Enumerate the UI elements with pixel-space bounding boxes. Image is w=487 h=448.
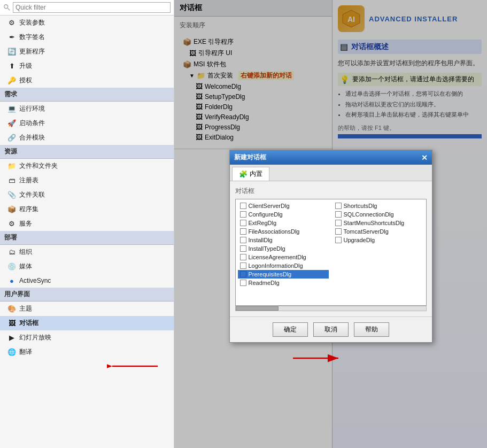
section-header-requirements: 需求 (0, 88, 174, 102)
sidebar-item-media[interactable]: 💿 媒体 (0, 259, 174, 274)
dlg-icon-fileassoc (240, 228, 246, 235)
file-assoc-icon: 📎 (7, 191, 16, 199)
sidebar-item-startup[interactable]: 🚀 启动条件 (0, 116, 174, 130)
dialog-item-fileassoc[interactable]: FileAssociationsDlg (238, 227, 329, 236)
media-icon: 💿 (7, 262, 16, 271)
sidebar: ⚙ 安装参数 ✒ 数字签名 🔄 更新程序 ⬆ 升级 🔑 授权 需求 💻 运行环境… (0, 0, 174, 448)
modal-titlebar: 新建对话框 ✕ (230, 150, 432, 165)
sidebar-item-registry[interactable]: 🗃 注册表 (0, 173, 174, 188)
dlg-icon-clientserver (240, 203, 246, 209)
sidebar-item-prog-set[interactable]: 📦 程序集 (0, 202, 174, 217)
dialog-item-upgrade[interactable]: UpgradeDlg (333, 236, 424, 244)
scrollbar-thumb[interactable] (236, 306, 279, 311)
sidebar-group-setup: ⚙ 安装参数 ✒ 数字签名 🔄 更新程序 ⬆ 升级 🔑 授权 (0, 16, 174, 88)
permissions-icon: 🔑 (7, 76, 16, 85)
services-icon: ⚙ (7, 220, 16, 228)
dialog-item-prerequisites[interactable]: PrerequisitesDlg (238, 270, 329, 279)
files-icon: 📁 (7, 162, 16, 171)
new-dialog-modal: 新建对话框 ✕ 🧩 内置 对话框 ClientServe (229, 150, 432, 343)
dlg-icon-shortcuts (335, 203, 342, 209)
activesync-icon: ● (7, 276, 16, 285)
modal-overlay: 新建对话框 ✕ 🧩 内置 对话框 ClientServe (174, 0, 487, 448)
sidebar-item-merge[interactable]: 🔗 合并模块 (0, 130, 174, 145)
sidebar-item-files[interactable]: 📁 文件和文件夹 (0, 159, 174, 173)
quick-filter-input[interactable] (13, 2, 171, 13)
dialog-item-installtype[interactable]: InstallTypeDlg (238, 244, 329, 253)
merge-icon: 🔗 (7, 134, 16, 142)
dlg-icon-installtype (240, 245, 246, 252)
dialog-list-col2: ShortcutsDlg SQLConnectionDlg StartMenuS… (331, 199, 426, 305)
sidebar-item-file-assoc[interactable]: 📎 文件关联 (0, 188, 174, 202)
sidebar-item-theme[interactable]: 🎨 主题 (0, 302, 174, 316)
modal-content: 对话框 ClientServerDlg ConfigureDlg (230, 181, 432, 316)
sidebar-group-resources: 📁 文件和文件夹 🗃 注册表 📎 文件关联 📦 程序集 ⚙ 服务 (0, 159, 174, 231)
modal-close-button[interactable]: ✕ (421, 153, 428, 162)
dlg-icon-logon (240, 262, 246, 269)
sidebar-item-slideshow[interactable]: ▶ 幻灯片放映 (0, 330, 174, 345)
modal-footer: 确定 取消 帮助 (230, 316, 432, 342)
modal-horizontal-scrollbar[interactable] (235, 306, 427, 311)
section-header-resources: 资源 (0, 145, 174, 159)
sidebar-item-activesync[interactable]: ● ActiveSync (0, 274, 174, 288)
sidebar-item-translate[interactable]: 🌐 翻译 (0, 345, 174, 359)
modal-tab-bar: 🧩 内置 (230, 165, 432, 181)
slideshow-icon: ▶ (7, 334, 16, 342)
sidebar-item-install-params[interactable]: ⚙ 安装参数 (0, 16, 174, 30)
dialog-item-configure[interactable]: ConfigureDlg (238, 210, 329, 219)
dialog-item-tomcat[interactable]: TomcatServerDlg (333, 227, 424, 236)
dialogs-icon: 🖼 (7, 319, 16, 328)
dialog-list-col1: ClientServerDlg ConfigureDlg ExtRegDlg (236, 199, 331, 305)
sidebar-group-deploy: 🗂 组织 💿 媒体 ● ActiveSync (0, 245, 174, 288)
registry-icon: 🗃 (7, 176, 16, 185)
theme-icon: 🎨 (7, 305, 16, 313)
dialog-item-shortcuts[interactable]: ShortcutsDlg (333, 202, 424, 210)
dialog-item-readme[interactable]: ReadmeDlg (238, 279, 329, 287)
update-prog-icon: 🔄 (7, 48, 16, 56)
dialog-item-logon[interactable]: LogonInformationDlg (238, 261, 329, 270)
svg-point-0 (4, 5, 8, 9)
sidebar-group-requirements: 💻 运行环境 🚀 启动条件 🔗 合并模块 (0, 102, 174, 145)
dlg-icon-upgrade (335, 237, 342, 243)
dialog-item-sqlconn[interactable]: SQLConnectionDlg (333, 210, 424, 219)
sidebar-group-ui: 🎨 主题 🖼 对话框 ▶ 幻灯片放映 🌐 翻译 (0, 302, 174, 359)
sidebar-item-permissions[interactable]: 🔑 授权 (0, 73, 174, 88)
search-icon (3, 4, 11, 11)
dialog-item-license[interactable]: LicenseAgreementDlg (238, 253, 329, 261)
translate-icon: 🌐 (7, 348, 16, 357)
dlg-icon-prerequisites (240, 271, 246, 277)
dlg-icon-install (240, 237, 246, 243)
dialog-item-install[interactable]: InstallDlg (238, 236, 329, 244)
sidebar-item-dialogs[interactable]: 🖼 对话框 (0, 316, 174, 330)
sidebar-item-services[interactable]: ⚙ 服务 (0, 217, 174, 231)
modal-tab-icon: 🧩 (239, 170, 248, 178)
section-header-deploy: 部署 (0, 231, 174, 245)
modal-title-text: 新建对话框 (234, 153, 266, 162)
modal-ok-button[interactable]: 确定 (273, 322, 308, 337)
dlg-icon-tomcat (335, 228, 342, 235)
sidebar-item-runtime[interactable]: 💻 运行环境 (0, 102, 174, 116)
sidebar-item-digital-sig[interactable]: ✒ 数字签名 (0, 30, 174, 44)
modal-cancel-button[interactable]: 取消 (313, 322, 349, 337)
dlg-icon-startmenu (335, 220, 342, 226)
dlg-icon-sqlconn (335, 211, 342, 218)
dialog-item-startmenu[interactable]: StartMenuShortcutsDlg (333, 219, 424, 227)
organize-icon: 🗂 (7, 248, 16, 257)
sidebar-item-upgrade[interactable]: ⬆ 升级 (0, 59, 174, 73)
dialog-list-container: ClientServerDlg ConfigureDlg ExtRegDlg (235, 199, 427, 306)
startup-icon: 🚀 (7, 119, 16, 128)
install-params-icon: ⚙ (7, 19, 16, 27)
dlg-icon-configure (240, 211, 246, 218)
modal-tab-builtin[interactable]: 🧩 内置 (232, 167, 269, 181)
sidebar-item-organize[interactable]: 🗂 组织 (0, 245, 174, 259)
dlg-icon-extreg (240, 220, 246, 226)
sidebar-item-update-prog[interactable]: 🔄 更新程序 (0, 44, 174, 59)
dlg-icon-license (240, 254, 246, 260)
main-area: 对话框 安装顺序 📦 EXE 引导程序 🖼 引导程序 UI 📦 MSI 软件包 (174, 0, 487, 448)
dialog-item-clientserver[interactable]: ClientServerDlg (238, 202, 329, 210)
dialog-item-extreg[interactable]: ExtRegDlg (238, 219, 329, 227)
modal-help-button[interactable]: 帮助 (354, 322, 389, 337)
modal-dialog-header: 对话框 (235, 187, 427, 196)
svg-line-1 (7, 8, 10, 10)
upgrade-icon: ⬆ (7, 62, 16, 71)
prog-set-icon: 📦 (7, 205, 16, 214)
